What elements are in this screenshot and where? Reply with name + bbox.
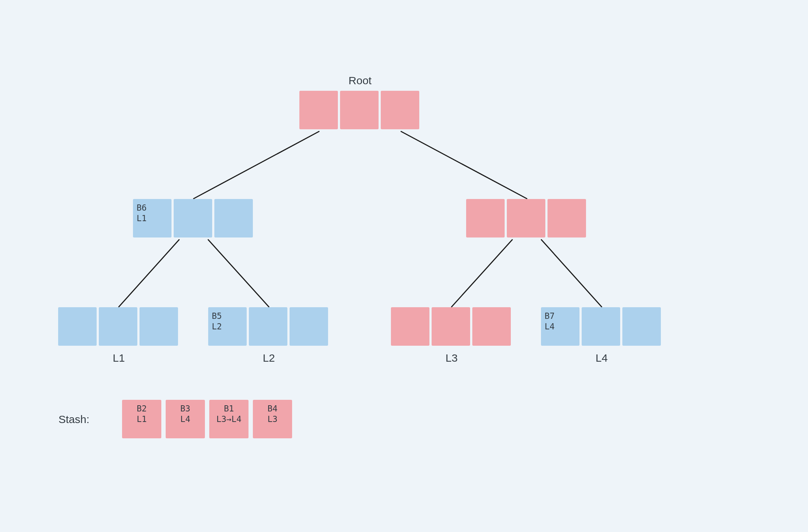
svg-line-2 <box>119 240 179 307</box>
stash-cell-2: B1 L3→L4 <box>209 400 249 438</box>
internal-right-node <box>466 199 586 237</box>
internal-left-cell-2 <box>214 199 253 237</box>
leaf-L3-cell-0 <box>391 307 429 346</box>
leaf-L1-node <box>58 307 178 346</box>
leaf-L2-label: L2 <box>263 352 275 364</box>
leaf-L3-node <box>391 307 511 346</box>
leaf-L4-label: L4 <box>595 352 607 364</box>
stash-cell-line1: B4 <box>267 403 278 414</box>
stash-cell-line2: L4 <box>180 414 190 425</box>
internal-right-cell-1 <box>507 199 545 237</box>
leaf-L1-cell-1 <box>99 307 137 346</box>
svg-line-1 <box>401 131 527 199</box>
svg-line-4 <box>452 240 512 307</box>
stash-cell-line2: L3→L4 <box>216 414 241 425</box>
internal-left-cell-0: B6 L1 <box>133 199 171 237</box>
leaf-L3-label: L3 <box>445 352 457 364</box>
internal-left-node: B6 L1 <box>133 199 253 237</box>
stash-cell-0: B2 L1 <box>122 400 161 438</box>
root-cell-2 <box>381 91 419 129</box>
svg-line-5 <box>541 240 602 307</box>
internal-right-cell-0 <box>466 199 505 237</box>
internal-left-cell-1 <box>174 199 212 237</box>
stash-cell-3: B4 L3 <box>253 400 292 438</box>
svg-line-3 <box>208 240 269 307</box>
leaf-L4-cell-0: B7 L4 <box>541 307 579 346</box>
cell-text-line2: L4 <box>545 321 576 332</box>
cell-text-line1: B5 <box>212 311 243 321</box>
leaf-L2-node: B5 L2 <box>208 307 328 346</box>
leaf-L4-cell-1 <box>582 307 620 346</box>
tree-edges <box>0 0 808 532</box>
leaf-L4-node: B7 L4 <box>541 307 661 346</box>
leaf-L1-label: L1 <box>113 352 125 364</box>
internal-right-cell-2 <box>548 199 586 237</box>
leaf-L4-cell-2 <box>622 307 661 346</box>
root-cell-1 <box>340 91 379 129</box>
cell-text-line2: L2 <box>212 321 243 332</box>
root-node <box>299 91 419 129</box>
leaf-L1-cell-2 <box>140 307 178 346</box>
cell-text-line1: B7 <box>545 311 576 321</box>
stash-cell-line1: B1 <box>224 403 234 414</box>
leaf-L2-cell-2 <box>290 307 328 346</box>
leaf-L2-cell-0: B5 L2 <box>208 307 247 346</box>
stash-row: B2 L1 B3 L4 B1 L3→L4 B4 L3 <box>122 400 292 438</box>
leaf-L1-cell-0 <box>58 307 97 346</box>
cell-text-line1: B6 <box>137 203 168 213</box>
cell-text-line2: L1 <box>137 213 168 224</box>
svg-line-0 <box>194 131 319 199</box>
stash-cell-line2: L1 <box>137 414 147 425</box>
leaf-L3-cell-1 <box>432 307 470 346</box>
leaf-L3-cell-2 <box>472 307 511 346</box>
stash-cell-line1: B2 <box>137 403 147 414</box>
root-cell-0 <box>299 91 338 129</box>
leaf-L2-cell-1 <box>249 307 287 346</box>
stash-label: Stash: <box>58 413 89 426</box>
stash-cell-line1: B3 <box>180 403 190 414</box>
stash-cell-line2: L3 <box>267 414 278 425</box>
stash-cell-1: B3 L4 <box>166 400 205 438</box>
root-label: Root <box>348 74 371 87</box>
